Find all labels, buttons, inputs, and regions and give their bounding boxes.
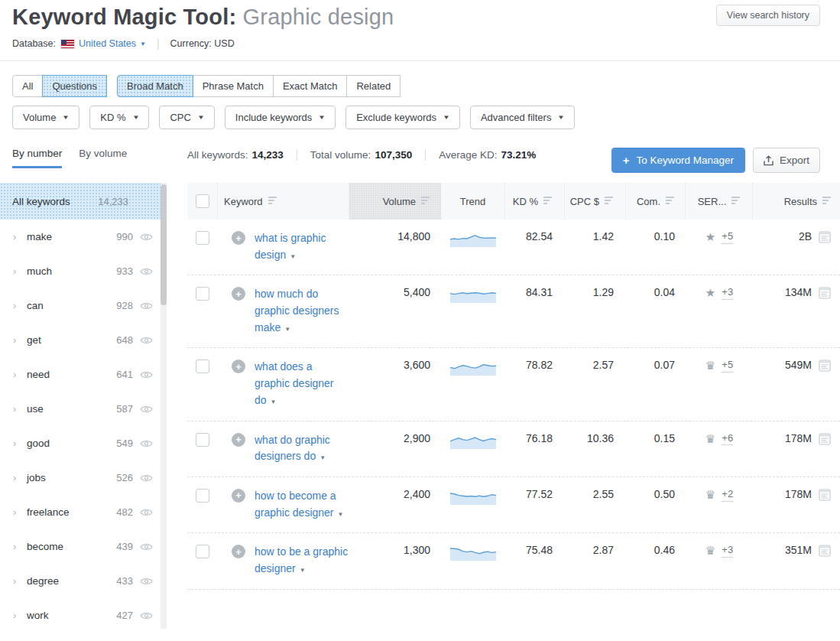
match-tab[interactable]: Broad Match: [117, 75, 193, 97]
chevron-right-icon[interactable]: ›: [13, 369, 27, 380]
row-checkbox[interactable]: [196, 231, 209, 245]
keyword-dropdown-icon[interactable]: ▼: [290, 253, 296, 260]
column-header-trend[interactable]: Trend: [441, 183, 505, 220]
serp-preview-icon[interactable]: [819, 489, 831, 501]
sidebar-group-item[interactable]: › can 928: [0, 288, 161, 323]
sidebar-group-item[interactable]: › make 990: [0, 220, 161, 254]
eye-icon[interactable]: [140, 577, 153, 586]
eye-icon[interactable]: [140, 267, 153, 276]
eye-icon[interactable]: [140, 508, 153, 517]
filter-dropdown[interactable]: Include keywords ▼: [225, 106, 336, 129]
filter-dropdown[interactable]: CPC ▼: [159, 106, 214, 129]
view-search-history-button[interactable]: View search history: [716, 5, 820, 26]
keyword-link[interactable]: how much do graphic designers make▼: [255, 286, 349, 336]
keyword-link[interactable]: how to be a graphic designer▼: [255, 544, 349, 577]
column-header-com[interactable]: Com.: [626, 183, 686, 220]
keyword-link[interactable]: what is graphic design▼: [255, 230, 349, 263]
serp-features-more-link[interactable]: +6: [722, 432, 733, 446]
add-keyword-icon[interactable]: +: [232, 545, 245, 558]
match-tab[interactable]: Related: [346, 75, 401, 97]
serp-features-more-link[interactable]: +5: [722, 230, 733, 244]
serp-features-more-link[interactable]: +2: [722, 488, 733, 502]
sidebar-group-item[interactable]: › jobs 526: [0, 460, 161, 495]
add-keyword-icon[interactable]: +: [232, 360, 245, 373]
filter-dropdown[interactable]: Exclude keywords ▼: [345, 106, 460, 129]
row-checkbox[interactable]: [196, 545, 209, 558]
column-header-cpc[interactable]: CPC $: [565, 183, 626, 220]
eye-icon[interactable]: [140, 336, 153, 345]
eye-icon[interactable]: [140, 405, 153, 414]
serp-features-more-link[interactable]: +3: [722, 544, 733, 558]
add-keyword-icon[interactable]: +: [232, 433, 245, 447]
serp-features-more-link[interactable]: +3: [722, 286, 733, 300]
serp-preview-icon[interactable]: [819, 231, 831, 243]
serp-preview-icon[interactable]: [819, 545, 831, 557]
filter-dropdown[interactable]: KD % ▼: [89, 106, 149, 129]
chevron-right-icon[interactable]: ›: [13, 403, 27, 415]
chevron-right-icon[interactable]: ›: [13, 334, 27, 346]
sidebar-group-item[interactable]: › use 587: [0, 392, 161, 426]
column-header-serp[interactable]: SER...: [686, 183, 753, 220]
column-header-keyword[interactable]: Keyword: [218, 183, 349, 220]
row-checkbox[interactable]: [196, 489, 209, 503]
sidebar-group-item[interactable]: › get 648: [0, 323, 161, 357]
column-header-volume[interactable]: Volume: [349, 183, 441, 220]
keyword-link[interactable]: what does a graphic designer do▼: [255, 359, 349, 408]
row-checkbox[interactable]: [196, 433, 209, 447]
eye-icon[interactable]: [140, 233, 153, 242]
sidebar-group-item[interactable]: › good 549: [0, 426, 161, 460]
chevron-right-icon[interactable]: ›: [13, 300, 27, 311]
sidebar-group-item[interactable]: › need 641: [0, 357, 161, 392]
filter-dropdown[interactable]: Advanced filters ▼: [470, 106, 575, 129]
sidebar-scrollbar-track[interactable]: [161, 183, 167, 629]
eye-icon[interactable]: [140, 473, 153, 483]
sidebar-item-all-keywords[interactable]: All keywords 14,233: [0, 183, 161, 220]
chevron-right-icon[interactable]: ›: [13, 438, 27, 449]
eye-icon[interactable]: [140, 301, 153, 311]
add-keyword-icon[interactable]: +: [232, 231, 245, 245]
column-header-kd[interactable]: KD %: [505, 183, 565, 220]
keyword-link[interactable]: how to become a graphic designer▼: [255, 488, 349, 521]
filter-dropdown[interactable]: Volume ▼: [12, 106, 79, 129]
keyword-dropdown-icon[interactable]: ▼: [271, 399, 277, 405]
sidebar-group-item[interactable]: › degree 433: [0, 564, 161, 598]
serp-preview-icon[interactable]: [819, 360, 831, 372]
keyword-dropdown-icon[interactable]: ▼: [284, 326, 290, 333]
serp-preview-icon[interactable]: [819, 287, 831, 299]
sidebar-scrollbar-thumb[interactable]: [161, 184, 167, 305]
tab-by-number[interactable]: By number: [12, 148, 62, 168]
sidebar-group-item[interactable]: › freelance 482: [0, 495, 161, 529]
keyword-dropdown-icon[interactable]: ▼: [300, 567, 306, 574]
chevron-right-icon[interactable]: ›: [13, 231, 27, 242]
row-checkbox[interactable]: [196, 360, 209, 373]
eye-icon[interactable]: [140, 370, 153, 379]
sidebar-group-item[interactable]: › much 933: [0, 254, 161, 288]
chevron-right-icon[interactable]: ›: [13, 265, 27, 277]
match-tab[interactable]: All: [12, 75, 43, 97]
serp-preview-icon[interactable]: [819, 433, 831, 445]
select-all-checkbox[interactable]: [196, 194, 209, 208]
keyword-dropdown-icon[interactable]: ▼: [338, 511, 344, 518]
sidebar-group-item[interactable]: › become 439: [0, 529, 161, 564]
eye-icon[interactable]: [140, 611, 153, 620]
to-keyword-manager-button[interactable]: + To Keyword Manager: [611, 148, 745, 173]
serp-features-more-link[interactable]: +5: [722, 359, 733, 373]
match-tab[interactable]: Phrase Match: [193, 75, 274, 97]
row-checkbox[interactable]: [196, 287, 209, 301]
keyword-link[interactable]: what do graphic designers do▼: [255, 432, 349, 465]
keyword-dropdown-icon[interactable]: ▼: [319, 454, 326, 461]
chevron-right-icon[interactable]: ›: [13, 575, 27, 587]
add-keyword-icon[interactable]: +: [232, 287, 245, 301]
chevron-right-icon[interactable]: ›: [13, 506, 27, 518]
match-tab[interactable]: Questions: [42, 75, 107, 97]
column-header-results[interactable]: Results: [753, 183, 840, 220]
chevron-right-icon[interactable]: ›: [13, 472, 27, 483]
tab-by-volume[interactable]: By volume: [79, 148, 127, 168]
eye-icon[interactable]: [140, 439, 153, 448]
chevron-right-icon[interactable]: ›: [13, 610, 27, 621]
eye-icon[interactable]: [140, 542, 153, 552]
sidebar-group-item[interactable]: › work 427: [0, 598, 161, 633]
chevron-right-icon[interactable]: ›: [13, 541, 27, 552]
match-tab[interactable]: Exact Match: [273, 75, 348, 97]
database-select[interactable]: United States▼: [79, 38, 146, 49]
